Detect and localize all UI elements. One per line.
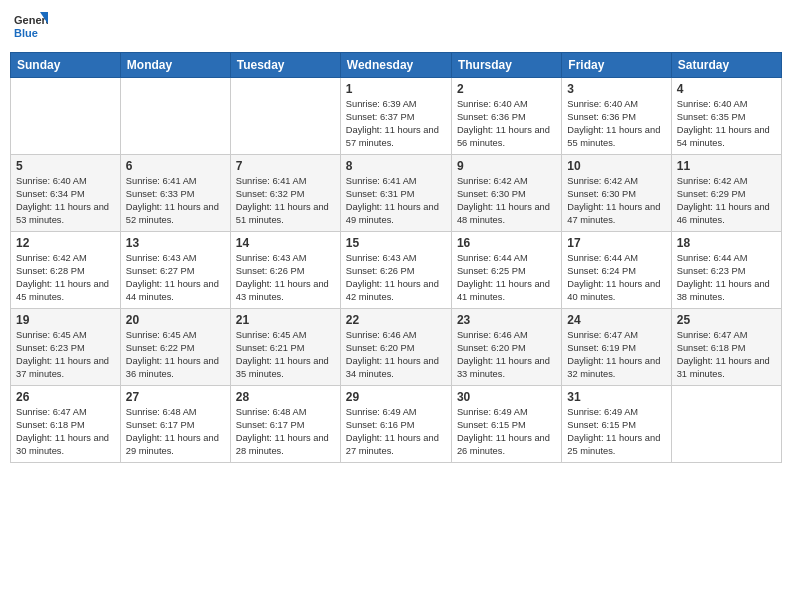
day-info: Sunrise: 6:49 AM Sunset: 6:16 PM Dayligh…	[346, 406, 446, 458]
day-info: Sunrise: 6:41 AM Sunset: 6:32 PM Dayligh…	[236, 175, 335, 227]
day-info: Sunrise: 6:41 AM Sunset: 6:33 PM Dayligh…	[126, 175, 225, 227]
calendar-day-cell: 18Sunrise: 6:44 AM Sunset: 6:23 PM Dayli…	[671, 232, 781, 309]
calendar-day-cell: 14Sunrise: 6:43 AM Sunset: 6:26 PM Dayli…	[230, 232, 340, 309]
day-info: Sunrise: 6:47 AM Sunset: 6:19 PM Dayligh…	[567, 329, 665, 381]
calendar-day-cell: 23Sunrise: 6:46 AM Sunset: 6:20 PM Dayli…	[451, 309, 561, 386]
day-number: 13	[126, 236, 225, 250]
day-number: 18	[677, 236, 776, 250]
day-info: Sunrise: 6:41 AM Sunset: 6:31 PM Dayligh…	[346, 175, 446, 227]
day-number: 22	[346, 313, 446, 327]
page-header: General Blue	[10, 10, 782, 44]
calendar-day-cell: 5Sunrise: 6:40 AM Sunset: 6:34 PM Daylig…	[11, 155, 121, 232]
day-info: Sunrise: 6:39 AM Sunset: 6:37 PM Dayligh…	[346, 98, 446, 150]
weekday-header-sunday: Sunday	[11, 53, 121, 78]
logo-image: General Blue	[14, 10, 48, 44]
svg-text:Blue: Blue	[14, 27, 38, 39]
day-number: 24	[567, 313, 665, 327]
calendar-day-cell: 10Sunrise: 6:42 AM Sunset: 6:30 PM Dayli…	[562, 155, 671, 232]
day-number: 19	[16, 313, 115, 327]
day-number: 12	[16, 236, 115, 250]
calendar-day-cell: 12Sunrise: 6:42 AM Sunset: 6:28 PM Dayli…	[11, 232, 121, 309]
day-info: Sunrise: 6:42 AM Sunset: 6:30 PM Dayligh…	[567, 175, 665, 227]
calendar-week-row: 12Sunrise: 6:42 AM Sunset: 6:28 PM Dayli…	[11, 232, 782, 309]
day-number: 14	[236, 236, 335, 250]
day-number: 1	[346, 82, 446, 96]
day-number: 6	[126, 159, 225, 173]
empty-cell	[11, 78, 121, 155]
day-info: Sunrise: 6:44 AM Sunset: 6:23 PM Dayligh…	[677, 252, 776, 304]
empty-cell	[230, 78, 340, 155]
calendar-day-cell: 22Sunrise: 6:46 AM Sunset: 6:20 PM Dayli…	[340, 309, 451, 386]
day-info: Sunrise: 6:49 AM Sunset: 6:15 PM Dayligh…	[567, 406, 665, 458]
day-number: 11	[677, 159, 776, 173]
calendar-day-cell: 21Sunrise: 6:45 AM Sunset: 6:21 PM Dayli…	[230, 309, 340, 386]
calendar-day-cell: 16Sunrise: 6:44 AM Sunset: 6:25 PM Dayli…	[451, 232, 561, 309]
day-info: Sunrise: 6:40 AM Sunset: 6:34 PM Dayligh…	[16, 175, 115, 227]
calendar-day-cell: 24Sunrise: 6:47 AM Sunset: 6:19 PM Dayli…	[562, 309, 671, 386]
day-number: 23	[457, 313, 556, 327]
weekday-header-saturday: Saturday	[671, 53, 781, 78]
calendar-day-cell: 31Sunrise: 6:49 AM Sunset: 6:15 PM Dayli…	[562, 386, 671, 463]
calendar-day-cell: 30Sunrise: 6:49 AM Sunset: 6:15 PM Dayli…	[451, 386, 561, 463]
day-info: Sunrise: 6:45 AM Sunset: 6:21 PM Dayligh…	[236, 329, 335, 381]
day-number: 4	[677, 82, 776, 96]
day-info: Sunrise: 6:48 AM Sunset: 6:17 PM Dayligh…	[126, 406, 225, 458]
day-number: 29	[346, 390, 446, 404]
calendar-day-cell: 13Sunrise: 6:43 AM Sunset: 6:27 PM Dayli…	[120, 232, 230, 309]
logo: General Blue	[14, 10, 48, 44]
calendar-day-cell: 8Sunrise: 6:41 AM Sunset: 6:31 PM Daylig…	[340, 155, 451, 232]
logo-svg: General Blue	[14, 10, 48, 44]
day-info: Sunrise: 6:47 AM Sunset: 6:18 PM Dayligh…	[16, 406, 115, 458]
day-info: Sunrise: 6:45 AM Sunset: 6:23 PM Dayligh…	[16, 329, 115, 381]
day-number: 27	[126, 390, 225, 404]
calendar-day-cell: 1Sunrise: 6:39 AM Sunset: 6:37 PM Daylig…	[340, 78, 451, 155]
weekday-header-row: SundayMondayTuesdayWednesdayThursdayFrid…	[11, 53, 782, 78]
day-info: Sunrise: 6:40 AM Sunset: 6:36 PM Dayligh…	[567, 98, 665, 150]
empty-cell	[120, 78, 230, 155]
day-number: 15	[346, 236, 446, 250]
day-info: Sunrise: 6:43 AM Sunset: 6:27 PM Dayligh…	[126, 252, 225, 304]
calendar-week-row: 26Sunrise: 6:47 AM Sunset: 6:18 PM Dayli…	[11, 386, 782, 463]
day-number: 8	[346, 159, 446, 173]
calendar-day-cell: 25Sunrise: 6:47 AM Sunset: 6:18 PM Dayli…	[671, 309, 781, 386]
weekday-header-thursday: Thursday	[451, 53, 561, 78]
day-info: Sunrise: 6:46 AM Sunset: 6:20 PM Dayligh…	[457, 329, 556, 381]
weekday-header-monday: Monday	[120, 53, 230, 78]
day-info: Sunrise: 6:43 AM Sunset: 6:26 PM Dayligh…	[236, 252, 335, 304]
calendar-day-cell: 9Sunrise: 6:42 AM Sunset: 6:30 PM Daylig…	[451, 155, 561, 232]
day-info: Sunrise: 6:42 AM Sunset: 6:28 PM Dayligh…	[16, 252, 115, 304]
calendar-day-cell: 15Sunrise: 6:43 AM Sunset: 6:26 PM Dayli…	[340, 232, 451, 309]
day-info: Sunrise: 6:44 AM Sunset: 6:25 PM Dayligh…	[457, 252, 556, 304]
calendar-day-cell: 26Sunrise: 6:47 AM Sunset: 6:18 PM Dayli…	[11, 386, 121, 463]
day-info: Sunrise: 6:48 AM Sunset: 6:17 PM Dayligh…	[236, 406, 335, 458]
weekday-header-wednesday: Wednesday	[340, 53, 451, 78]
day-info: Sunrise: 6:40 AM Sunset: 6:36 PM Dayligh…	[457, 98, 556, 150]
calendar-day-cell: 3Sunrise: 6:40 AM Sunset: 6:36 PM Daylig…	[562, 78, 671, 155]
weekday-header-tuesday: Tuesday	[230, 53, 340, 78]
calendar-day-cell: 4Sunrise: 6:40 AM Sunset: 6:35 PM Daylig…	[671, 78, 781, 155]
calendar-day-cell: 2Sunrise: 6:40 AM Sunset: 6:36 PM Daylig…	[451, 78, 561, 155]
day-number: 17	[567, 236, 665, 250]
day-info: Sunrise: 6:49 AM Sunset: 6:15 PM Dayligh…	[457, 406, 556, 458]
day-number: 7	[236, 159, 335, 173]
day-number: 5	[16, 159, 115, 173]
day-number: 10	[567, 159, 665, 173]
day-number: 26	[16, 390, 115, 404]
weekday-header-friday: Friday	[562, 53, 671, 78]
calendar-day-cell: 17Sunrise: 6:44 AM Sunset: 6:24 PM Dayli…	[562, 232, 671, 309]
day-info: Sunrise: 6:46 AM Sunset: 6:20 PM Dayligh…	[346, 329, 446, 381]
calendar-week-row: 5Sunrise: 6:40 AM Sunset: 6:34 PM Daylig…	[11, 155, 782, 232]
day-number: 3	[567, 82, 665, 96]
calendar-day-cell: 6Sunrise: 6:41 AM Sunset: 6:33 PM Daylig…	[120, 155, 230, 232]
day-info: Sunrise: 6:42 AM Sunset: 6:30 PM Dayligh…	[457, 175, 556, 227]
calendar-day-cell: 11Sunrise: 6:42 AM Sunset: 6:29 PM Dayli…	[671, 155, 781, 232]
calendar-day-cell: 7Sunrise: 6:41 AM Sunset: 6:32 PM Daylig…	[230, 155, 340, 232]
day-info: Sunrise: 6:42 AM Sunset: 6:29 PM Dayligh…	[677, 175, 776, 227]
day-number: 28	[236, 390, 335, 404]
calendar-day-cell: 19Sunrise: 6:45 AM Sunset: 6:23 PM Dayli…	[11, 309, 121, 386]
calendar-week-row: 19Sunrise: 6:45 AM Sunset: 6:23 PM Dayli…	[11, 309, 782, 386]
calendar-day-cell: 20Sunrise: 6:45 AM Sunset: 6:22 PM Dayli…	[120, 309, 230, 386]
day-info: Sunrise: 6:43 AM Sunset: 6:26 PM Dayligh…	[346, 252, 446, 304]
calendar-day-cell: 29Sunrise: 6:49 AM Sunset: 6:16 PM Dayli…	[340, 386, 451, 463]
day-number: 30	[457, 390, 556, 404]
